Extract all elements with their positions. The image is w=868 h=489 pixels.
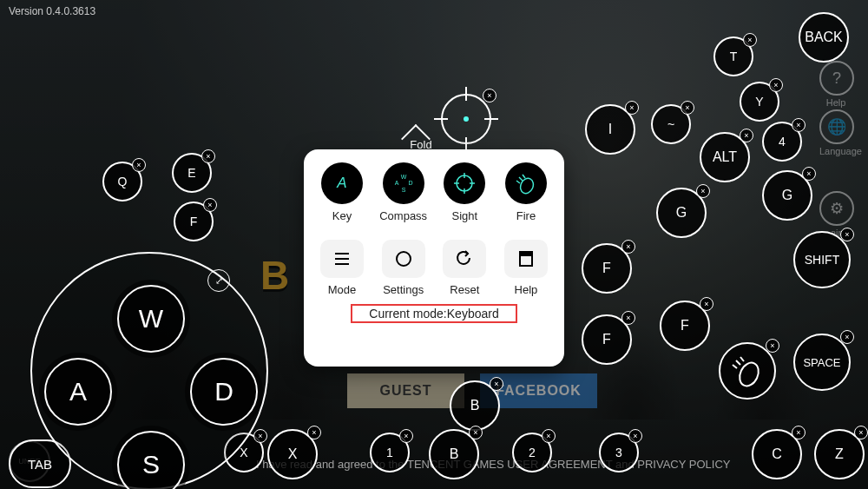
sight-icon bbox=[444, 162, 485, 204]
keymap-space[interactable]: SPACE× bbox=[793, 334, 851, 391]
svg-line-22 bbox=[740, 357, 744, 361]
keymap-f-mid[interactable]: F× bbox=[582, 314, 632, 365]
keymap-q[interactable]: Q× bbox=[102, 162, 142, 202]
svg-text:A: A bbox=[394, 180, 398, 186]
svg-text:A: A bbox=[336, 175, 346, 191]
keymap-d[interactable]: D bbox=[190, 358, 258, 426]
close-icon[interactable]: × bbox=[743, 33, 757, 47]
util-help[interactable]: Help bbox=[500, 239, 552, 297]
close-icon[interactable]: × bbox=[201, 149, 215, 163]
close-icon[interactable]: × bbox=[792, 118, 806, 132]
keymap-back[interactable]: BACK bbox=[799, 12, 849, 63]
keymap-4[interactable]: 4× bbox=[762, 122, 802, 162]
keymap-tilde[interactable]: ~× bbox=[651, 104, 691, 144]
keymap-sight[interactable]: × bbox=[441, 94, 491, 144]
keymap-compass-wasd[interactable]: ⤢ W A D S bbox=[30, 252, 268, 489]
keymap-z[interactable]: Z× bbox=[814, 429, 865, 479]
chevron-up-icon bbox=[411, 126, 431, 136]
keymap-f-top[interactable]: F× bbox=[582, 243, 632, 294]
keymap-1[interactable]: 1× bbox=[370, 433, 410, 472]
keymap-c[interactable]: C× bbox=[752, 429, 802, 479]
close-icon[interactable]: × bbox=[203, 198, 217, 212]
close-icon[interactable]: × bbox=[625, 101, 639, 115]
keymap-a[interactable]: A bbox=[44, 358, 112, 426]
keymap-t[interactable]: T× bbox=[713, 36, 753, 76]
close-icon[interactable]: × bbox=[542, 429, 556, 443]
tool-sight[interactable]: Sight bbox=[438, 162, 490, 223]
close-icon[interactable]: × bbox=[740, 129, 753, 142]
keymap-w[interactable]: W bbox=[117, 285, 185, 353]
close-icon[interactable]: × bbox=[490, 377, 503, 391]
keymap-i[interactable]: I× bbox=[585, 104, 635, 155]
tool-fire[interactable]: Fire bbox=[500, 162, 552, 223]
keymap-y[interactable]: Y× bbox=[740, 82, 779, 122]
keymap-x-big[interactable]: X× bbox=[267, 429, 318, 479]
svg-text:D: D bbox=[408, 180, 412, 186]
close-icon[interactable]: × bbox=[621, 311, 635, 325]
svg-line-23 bbox=[733, 365, 737, 368]
close-icon[interactable]: × bbox=[132, 158, 146, 172]
tool-key[interactable]: A Key bbox=[316, 162, 368, 223]
close-icon[interactable]: × bbox=[696, 184, 710, 198]
help-icon bbox=[504, 240, 548, 278]
keymap-f-left[interactable]: F× bbox=[174, 202, 214, 241]
close-icon[interactable]: × bbox=[700, 297, 713, 311]
close-icon[interactable]: × bbox=[399, 429, 413, 443]
svg-text:W: W bbox=[400, 174, 406, 180]
close-icon[interactable]: × bbox=[769, 78, 783, 92]
keymap-g-lower[interactable]: G× bbox=[656, 188, 707, 238]
close-icon[interactable]: × bbox=[469, 426, 483, 439]
close-icon[interactable]: × bbox=[621, 240, 635, 254]
keymap-2[interactable]: 2× bbox=[512, 433, 552, 472]
keymap-b-upper[interactable]: B× bbox=[450, 380, 500, 431]
keymap-shift[interactable]: SHIFT× bbox=[793, 231, 851, 288]
close-icon[interactable]: × bbox=[483, 89, 496, 102]
settings-icon bbox=[382, 240, 425, 278]
close-icon[interactable]: × bbox=[628, 429, 642, 443]
keymap-g-upper[interactable]: G× bbox=[762, 170, 812, 221]
keymap-alt[interactable]: ALT× bbox=[700, 132, 750, 182]
svg-line-11 bbox=[519, 177, 523, 181]
close-icon[interactable]: × bbox=[840, 330, 854, 344]
fire-icon bbox=[505, 162, 547, 204]
util-reset[interactable]: Reset bbox=[438, 239, 490, 297]
tool-compass[interactable]: W A D S Compass bbox=[378, 162, 430, 223]
svg-line-21 bbox=[736, 360, 740, 365]
keymap-s[interactable]: S bbox=[117, 431, 185, 489]
compass-icon: W A D S bbox=[383, 162, 424, 204]
fold-toggle[interactable]: Fold bbox=[399, 122, 443, 151]
svg-line-13 bbox=[516, 181, 520, 183]
close-icon[interactable]: × bbox=[253, 429, 267, 443]
keymap-fire[interactable]: × bbox=[719, 342, 776, 400]
version-label: Version 0.4.0.3613 bbox=[9, 5, 95, 17]
current-mode-label: Current mode:Keyboard bbox=[351, 304, 517, 323]
reset-icon bbox=[443, 240, 486, 278]
close-icon[interactable]: × bbox=[681, 101, 694, 115]
keymap-e[interactable]: E× bbox=[172, 153, 212, 193]
close-icon[interactable]: × bbox=[802, 167, 816, 181]
svg-rect-19 bbox=[520, 252, 532, 256]
keymap-panel: A Key W A D S Compass bbox=[304, 149, 564, 367]
util-settings[interactable]: Settings bbox=[378, 239, 430, 297]
keymap-f-low[interactable]: F× bbox=[660, 301, 710, 351]
keymap-3[interactable]: 3× bbox=[599, 433, 639, 472]
fire-icon bbox=[730, 354, 765, 388]
close-icon[interactable]: × bbox=[766, 339, 779, 353]
close-icon[interactable]: × bbox=[840, 228, 854, 241]
svg-line-12 bbox=[523, 175, 525, 178]
svg-text:S: S bbox=[401, 187, 405, 193]
close-icon[interactable]: × bbox=[792, 426, 806, 439]
svg-point-17 bbox=[397, 252, 411, 266]
close-icon[interactable]: × bbox=[854, 426, 868, 439]
key-icon: A bbox=[321, 162, 363, 204]
util-mode[interactable]: Mode bbox=[316, 239, 368, 297]
mode-icon bbox=[320, 240, 364, 278]
keymap-b-lower[interactable]: B× bbox=[429, 429, 479, 479]
expand-icon[interactable]: ⤢ bbox=[207, 269, 230, 292]
close-icon[interactable]: × bbox=[307, 426, 321, 439]
